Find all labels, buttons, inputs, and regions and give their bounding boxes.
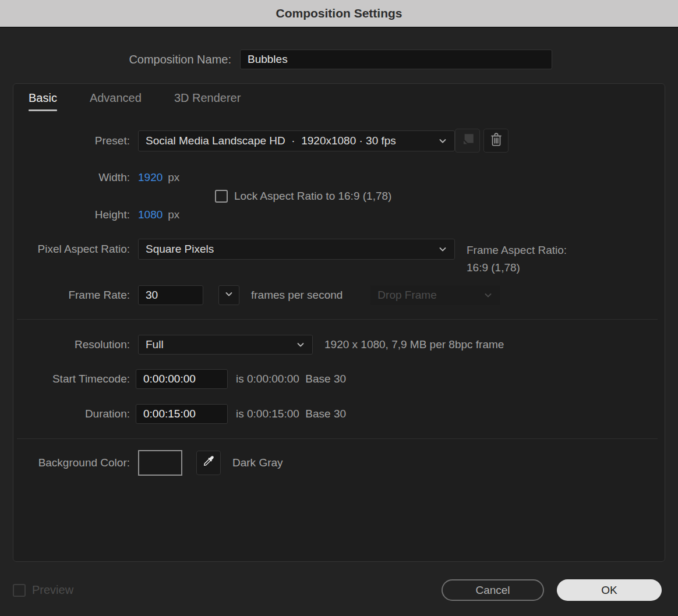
lock-aspect-ratio-row: Lock Aspect Ratio to 16:9 (1,78) — [215, 189, 665, 203]
frame-aspect-ratio-info: Frame Aspect Ratio: 16:9 (1,78) — [467, 242, 567, 277]
preview-checkbox[interactable] — [13, 584, 26, 597]
chevron-down-icon — [296, 340, 305, 349]
drop-frame-value: Drop Frame — [377, 289, 436, 302]
delete-preset-button[interactable] — [483, 129, 509, 153]
chevron-down-icon — [438, 245, 447, 254]
eyedropper-button[interactable] — [196, 451, 221, 475]
preview-label: Preview — [32, 583, 73, 597]
ok-button[interactable]: OK — [557, 579, 662, 601]
height-label: Height: — [13, 208, 130, 221]
duration-row: Duration: is 0:00:15:00 Base 30 — [13, 404, 665, 424]
pixel-aspect-ratio-dropdown[interactable]: Square Pixels — [138, 239, 455, 260]
frame-rate-input[interactable] — [138, 285, 203, 305]
duration-label: Duration: — [13, 408, 130, 420]
pixel-aspect-ratio-row: Pixel Aspect Ratio: Square Pixels Frame … — [13, 239, 665, 260]
frame-rate-unit: frames per second — [251, 289, 342, 302]
chevron-down-icon — [224, 289, 234, 301]
preset-value: Social Media Landscape HD · 1920x1080 · … — [146, 134, 396, 147]
chevron-down-icon — [483, 291, 493, 300]
section-divider — [17, 319, 658, 320]
background-color-swatch[interactable] — [138, 450, 182, 476]
duration-input[interactable] — [136, 404, 228, 424]
pixel-aspect-ratio-label: Pixel Aspect Ratio: — [13, 243, 130, 256]
preset-row: Preset: Social Media Landscape HD · 1920… — [13, 129, 665, 153]
height-row: Height: 1080 px — [13, 208, 665, 221]
resolution-value: Full — [146, 338, 164, 351]
trash-icon — [489, 132, 504, 150]
dialog-title: Composition Settings — [276, 6, 402, 20]
background-color-row: Background Color: Dark Gray — [13, 450, 665, 476]
resolution-dropdown[interactable]: Full — [138, 335, 313, 355]
tab-basic[interactable]: Basic — [29, 91, 57, 111]
height-value[interactable]: 1080 — [138, 208, 163, 221]
chevron-down-icon — [438, 136, 447, 146]
tab-advanced[interactable]: Advanced — [90, 91, 142, 111]
save-preset-icon — [460, 132, 475, 150]
frame-aspect-ratio-label: Frame Aspect Ratio: — [467, 242, 567, 259]
drop-frame-dropdown-disabled: Drop Frame — [370, 285, 500, 305]
start-timecode-input[interactable] — [136, 369, 228, 389]
resolution-row: Resolution: Full 1920 x 1080, 7,9 MB per… — [13, 335, 665, 355]
width-value[interactable]: 1920 — [138, 171, 163, 184]
composition-name-label: Composition Name: — [119, 53, 231, 66]
width-unit: px — [168, 171, 179, 184]
height-unit: px — [168, 208, 179, 221]
dialog-footer: Preview Cancel OK — [0, 579, 678, 601]
tab-3d-renderer[interactable]: 3D Renderer — [174, 91, 241, 111]
active-tab-underline — [29, 109, 57, 111]
frame-rate-row: Frame Rate: frames per second Drop Frame — [13, 285, 665, 305]
frame-rate-label: Frame Rate: — [13, 289, 130, 302]
tab-bar: Basic Advanced 3D Renderer — [29, 91, 665, 111]
background-color-name: Dark Gray — [232, 456, 283, 469]
start-timecode-info: is 0:00:00:00 Base 30 — [236, 373, 346, 385]
lock-aspect-ratio-label: Lock Aspect Ratio to 16:9 (1,78) — [234, 190, 391, 203]
pixel-aspect-ratio-value: Square Pixels — [146, 243, 214, 256]
frame-aspect-ratio-value: 16:9 (1,78) — [467, 259, 567, 277]
background-color-label: Background Color: — [13, 456, 130, 469]
frame-rate-dropdown-button[interactable] — [218, 285, 239, 305]
lock-aspect-ratio-checkbox[interactable] — [215, 190, 228, 203]
section-divider — [17, 438, 658, 439]
save-preset-button[interactable] — [455, 129, 480, 153]
eyedropper-icon — [202, 455, 216, 471]
dialog-title-bar: Composition Settings — [0, 0, 678, 27]
start-timecode-row: Start Timecode: is 0:00:00:00 Base 30 — [13, 369, 665, 389]
preset-label: Preset: — [13, 134, 130, 147]
resolution-info: 1920 x 1080, 7,9 MB per 8bpc frame — [324, 338, 504, 351]
start-timecode-label: Start Timecode: — [13, 373, 130, 385]
width-label: Width: — [13, 171, 130, 184]
composition-name-row: Composition Name: — [0, 49, 678, 69]
settings-panel: Basic Advanced 3D Renderer Preset: Socia… — [13, 83, 665, 562]
preset-dropdown[interactable]: Social Media Landscape HD · 1920x1080 · … — [138, 130, 455, 151]
resolution-label: Resolution: — [13, 338, 130, 351]
cancel-button[interactable]: Cancel — [442, 579, 544, 601]
duration-info: is 0:00:15:00 Base 30 — [236, 408, 346, 420]
composition-name-input[interactable] — [240, 49, 552, 69]
width-row: Width: 1920 px — [13, 171, 665, 184]
